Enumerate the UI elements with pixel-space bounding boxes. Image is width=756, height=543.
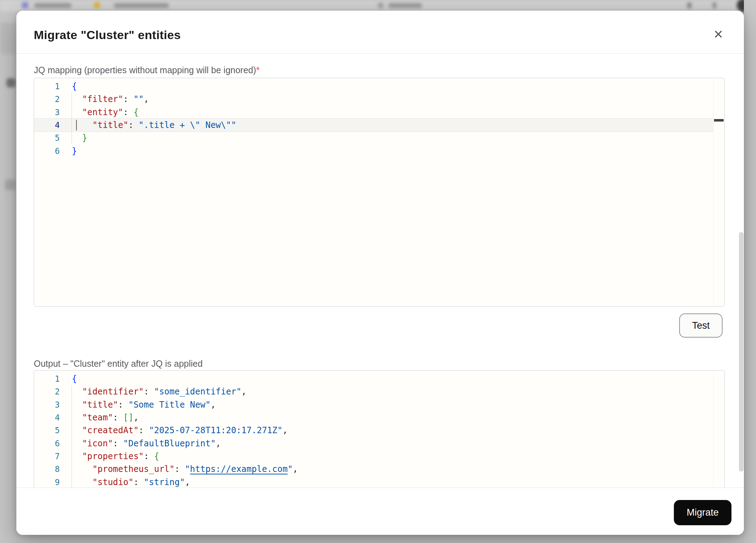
modal-overlay <box>744 0 756 543</box>
indent-guide <box>71 385 72 489</box>
line-number: 4 <box>34 413 60 422</box>
migrate-button[interactable]: Migrate <box>674 500 731 525</box>
blurred-top-bar <box>0 0 756 11</box>
line-number: 9 <box>34 478 60 487</box>
line-number: 3 <box>34 108 60 117</box>
line-number: 5 <box>34 133 60 143</box>
code-line: 8 "prometheus_url": "https://example.com… <box>34 463 724 475</box>
blurred-tab-icon <box>22 2 28 8</box>
code-line: 3 "entity": { <box>34 106 724 119</box>
line-number: 1 <box>34 374 60 383</box>
overview-ruler <box>713 78 714 306</box>
overview-ruler-cursor-marker <box>714 119 724 122</box>
code-line: 3 "title": "Some Title New", <box>34 398 724 411</box>
blurred-sidebar-icon <box>6 78 16 87</box>
code-line: 1{ <box>34 80 724 93</box>
jq-mapping-label: JQ mapping (properties without mapping w… <box>34 65 260 75</box>
blurred-tab-label <box>114 3 169 8</box>
line-number: 3 <box>34 400 60 409</box>
line-number: 6 <box>34 439 60 448</box>
header-divider <box>16 53 744 54</box>
line-number: 5 <box>34 426 60 435</box>
blurred-search-label <box>388 3 422 8</box>
code-line: 4 "team": [], <box>34 411 724 424</box>
line-number: 8 <box>34 464 60 474</box>
blurred-sidebar-icon <box>5 179 16 190</box>
blurred-sidebar-item <box>0 23 16 54</box>
blurred-toolbar-icon <box>713 2 716 9</box>
blurred-tab-icon <box>94 2 100 9</box>
code-line: 5 "createdAt": "2025-07-28T11:20:17.271Z… <box>34 424 724 437</box>
close-icon: × <box>714 25 723 43</box>
indent-guide <box>71 93 72 145</box>
line-number: 4 <box>34 120 60 130</box>
code-line: 2 "filter": "", <box>34 93 724 106</box>
modal-scrollbar-thumb[interactable] <box>739 232 744 472</box>
close-button[interactable]: × <box>710 26 726 42</box>
code-line: 4 "title": ".title + \" New\"" <box>34 119 724 131</box>
line-number: 2 <box>34 387 60 396</box>
required-marker: * <box>256 65 260 75</box>
output-editor[interactable]: 1{2 "identifier": "some_identifier",3 "t… <box>34 370 725 495</box>
test-button[interactable]: Test <box>679 313 723 338</box>
line-number: 7 <box>34 452 60 461</box>
code-line: 6} <box>34 144 724 157</box>
dialog-title: Migrate "Cluster" entities <box>34 28 181 42</box>
search-icon <box>378 2 384 9</box>
code-line: 2 "identifier": "some_identifier", <box>34 385 724 398</box>
dialog-footer: Migrate <box>16 488 744 535</box>
line-number: 1 <box>34 82 60 91</box>
overview-ruler <box>713 371 714 495</box>
blurred-tab-label <box>34 3 71 8</box>
blurred-toolbar-icon <box>687 2 692 9</box>
code-line: 6 "icon": "DefaultBlueprint", <box>34 437 724 450</box>
migrate-entities-dialog: Migrate "Cluster" entities × JQ mapping … <box>16 11 744 535</box>
code-line: 9 "studio": "string", <box>34 475 724 488</box>
code-line: 5 } <box>34 131 724 144</box>
line-number: 2 <box>34 95 60 104</box>
code-line: 7 "properties": { <box>34 450 724 463</box>
output-label: Output – "Cluster" entity after JQ is ap… <box>34 358 203 369</box>
jq-mapping-editor[interactable]: 1{2 "filter": "",3 "entity": {4 "title":… <box>34 78 725 307</box>
line-number: 6 <box>34 146 60 156</box>
code-line: 1{ <box>34 372 724 385</box>
text-cursor <box>76 120 77 130</box>
